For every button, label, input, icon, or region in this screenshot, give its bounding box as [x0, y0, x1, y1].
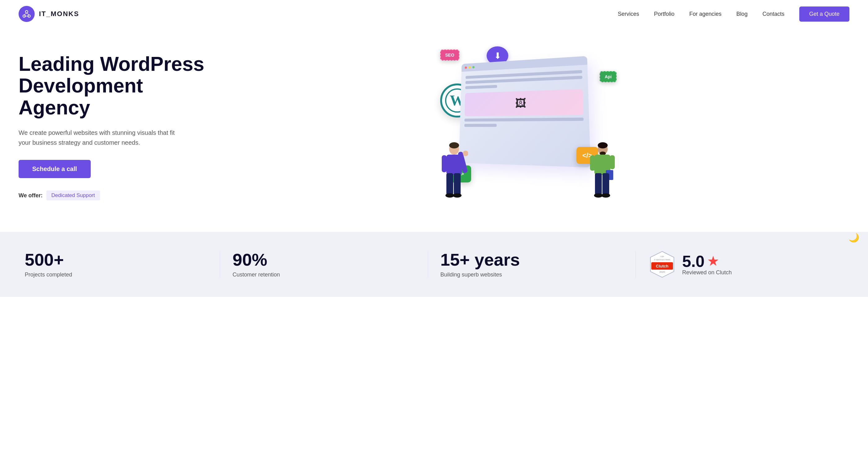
svg-point-13	[463, 150, 468, 156]
svg-rect-23	[610, 155, 615, 169]
clutch-review-label: Reviewed on Clutch	[682, 269, 732, 276]
we-offer-label: We offer:	[19, 192, 43, 199]
nav-portfolio[interactable]: Portfolio	[654, 11, 675, 17]
get-quote-button[interactable]: Get a Quote	[799, 6, 849, 22]
clutch-badge: TOP IT SERVICES FIRMS Clutch 2020	[648, 250, 676, 278]
stat-retention-number: 90%	[232, 251, 415, 268]
svg-line-4	[27, 13, 29, 15]
schedule-call-button[interactable]: Schedule a call	[19, 160, 91, 178]
star-icon: ★	[708, 256, 718, 267]
hero-section: Leading WordPress Development Agency We …	[0, 28, 868, 232]
svg-point-16	[445, 193, 454, 198]
we-offer-area: We offer: Dedicated Support	[19, 191, 204, 200]
svg-rect-14	[446, 173, 453, 195]
svg-rect-11	[442, 155, 447, 172]
clutch-rating: 5.0 ★ Reviewed on Clutch	[682, 253, 732, 276]
svg-text:TOP: TOP	[660, 256, 664, 258]
svg-rect-25	[595, 173, 602, 195]
person-left	[440, 142, 468, 204]
nav-contacts[interactable]: Contacts	[763, 11, 784, 17]
logo-icon	[19, 6, 35, 22]
svg-text:IT SERVICES FIRMS: IT SERVICES FIRMS	[654, 259, 670, 261]
svg-text:2020: 2020	[659, 271, 665, 273]
api-tag: Api	[599, 71, 617, 82]
illustration-container: ⬇ SEO Api W	[431, 46, 623, 207]
svg-point-17	[453, 193, 462, 198]
stat-years-number: 15+ years	[440, 251, 623, 268]
logo-text: IT_MONKS	[39, 10, 79, 18]
svg-rect-26	[602, 173, 609, 195]
hero-left: Leading WordPress Development Agency We …	[19, 53, 204, 200]
person-right	[589, 142, 617, 204]
clutch-score: 5.0 ★	[682, 253, 732, 269]
svg-line-3	[24, 13, 27, 15]
hero-illustration: ⬇ SEO Api W	[204, 46, 849, 207]
stat-projects-label: Projects completed	[25, 272, 208, 278]
nav-blog[interactable]: Blog	[737, 11, 748, 17]
hero-title: Leading WordPress Development Agency	[19, 53, 204, 118]
logo-area: IT_MONKS	[19, 6, 79, 22]
svg-point-19	[598, 142, 608, 148]
dark-mode-toggle[interactable]: 🌙	[846, 230, 862, 245]
nav-for-agencies[interactable]: For agencies	[689, 11, 721, 17]
iso-screen: 🖼	[459, 56, 591, 168]
svg-text:Clutch: Clutch	[656, 264, 669, 268]
stat-projects-number: 500+	[25, 251, 208, 268]
nav-services[interactable]: Services	[618, 11, 639, 17]
svg-point-9	[449, 142, 459, 148]
stats-section: 500+ Projects completed 90% Customer ret…	[0, 232, 868, 297]
svg-point-27	[594, 193, 603, 198]
stat-retention: 90% Customer retention	[220, 251, 428, 278]
svg-point-28	[601, 193, 610, 198]
svg-rect-22	[590, 155, 595, 171]
stat-retention-label: Customer retention	[232, 272, 415, 278]
we-offer-badge: Dedicated Support	[46, 191, 100, 200]
navbar: IT_MONKS Services Portfolio For agencies…	[0, 0, 868, 28]
nav-links: Services Portfolio For agencies Blog Con…	[618, 6, 849, 22]
clutch-area: TOP IT SERVICES FIRMS Clutch 2020 5.0 ★ …	[636, 250, 843, 278]
hero-subtitle: We create powerful websites with stunnin…	[19, 128, 180, 147]
stat-projects: 500+ Projects completed	[25, 251, 220, 278]
svg-point-0	[25, 10, 28, 13]
svg-rect-15	[454, 173, 461, 195]
stat-years-label: Building superb websites	[440, 272, 623, 278]
stat-years: 15+ years Building superb websites	[428, 251, 636, 278]
seo-tag: SEO	[440, 49, 459, 61]
